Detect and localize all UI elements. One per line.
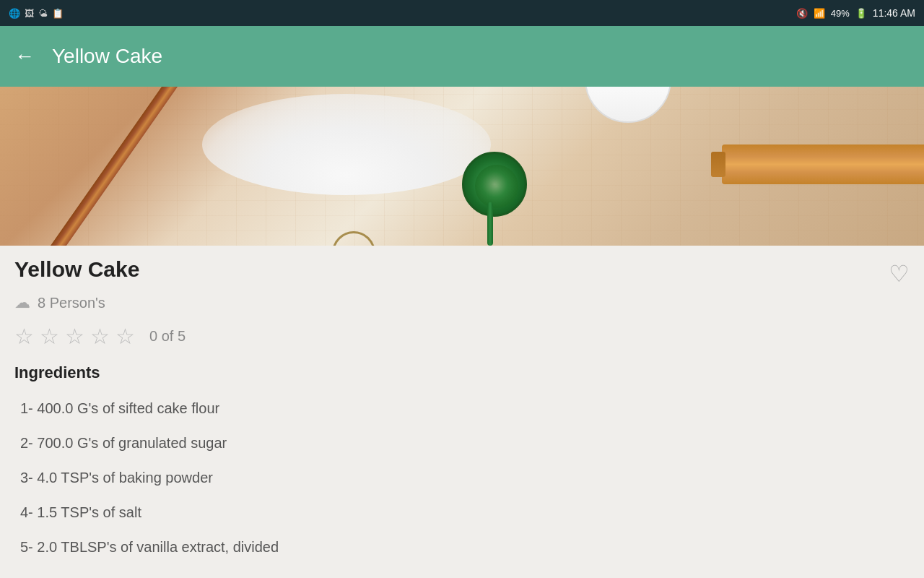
weather-icon: 🌤 <box>38 8 48 19</box>
app-bar: ← Yellow Cake <box>0 26 924 87</box>
recipe-header: Yellow Cake ♡ <box>14 257 910 288</box>
star-2[interactable]: ☆ <box>40 324 59 349</box>
status-bar: 🌐 🖼 🌤 📋 🔇 📶 49% 🔋 11:46 AM <box>0 0 924 26</box>
battery-icon: 🔋 <box>855 8 867 19</box>
ingredients-title: Ingredients <box>14 363 910 382</box>
app-bar-title: Yellow Cake <box>52 45 162 68</box>
ingredient-4: 4- 1.5 TSP's of salt <box>14 495 910 530</box>
wooden-spoon <box>17 87 186 246</box>
star-rating[interactable]: ☆ ☆ ☆ ☆ ☆ <box>14 324 135 349</box>
status-bar-left: 🌐 🖼 🌤 📋 <box>9 8 64 19</box>
servings-icon: ☁ <box>14 293 30 312</box>
star-3[interactable]: ☆ <box>65 324 84 349</box>
rating-row: ☆ ☆ ☆ ☆ ☆ 0 of 5 <box>14 324 910 349</box>
twine-decoration <box>332 231 375 246</box>
ingredient-3: 3- 4.0 TSP's of baking powder <box>14 460 910 495</box>
star-1[interactable]: ☆ <box>14 324 34 349</box>
ingredient-5: 5- 2.0 TBLSP's of vanilla extract, divid… <box>14 530 910 564</box>
hero-image <box>0 87 924 246</box>
flour-mound <box>202 94 491 195</box>
mute-icon: 🔇 <box>796 8 808 19</box>
green-spoon <box>455 152 534 246</box>
ingredients-section: Ingredients 1- 400.0 G's of sifted cake … <box>14 363 910 564</box>
time-display: 11:46 AM <box>873 7 915 19</box>
green-spoon-bowl <box>462 152 527 217</box>
rolling-pin <box>722 144 924 184</box>
bowl <box>585 87 671 123</box>
image-icon: 🖼 <box>25 8 34 19</box>
recipe-title: Yellow Cake <box>14 257 139 282</box>
notification-icon: 🌐 <box>9 8 20 19</box>
rating-text: 0 of 5 <box>149 328 186 345</box>
clipboard-icon: 📋 <box>52 8 64 19</box>
servings-row: ☁ 8 Person's <box>14 293 910 312</box>
battery-text: 49% <box>831 8 850 19</box>
ingredient-2: 2- 700.0 G's of granulated sugar <box>14 426 910 460</box>
ingredient-1: 1- 400.0 G's of sifted cake flour <box>14 391 910 426</box>
servings-text: 8 Person's <box>38 295 105 311</box>
signal-icon: 📶 <box>814 8 825 19</box>
status-bar-right: 🔇 📶 49% 🔋 11:46 AM <box>796 7 915 19</box>
star-5[interactable]: ☆ <box>116 324 135 349</box>
back-button[interactable]: ← <box>14 45 35 68</box>
green-spoon-handle <box>487 202 493 246</box>
star-4[interactable]: ☆ <box>90 324 110 349</box>
recipe-content: Yellow Cake ♡ ☁ 8 Person's ☆ ☆ ☆ ☆ ☆ 0 o… <box>0 246 924 576</box>
favorite-button[interactable]: ♡ <box>889 260 910 288</box>
